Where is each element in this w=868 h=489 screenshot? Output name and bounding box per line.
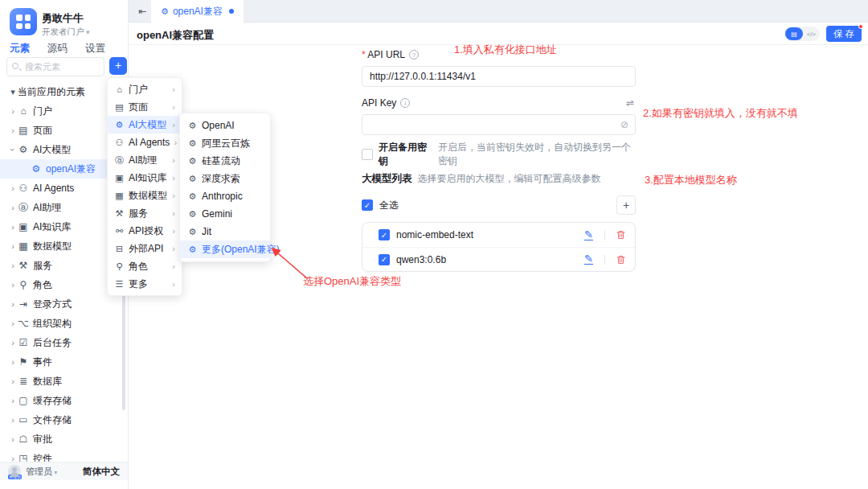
help-icon[interactable]: ? [409,50,419,60]
add-element-button[interactable] [109,57,127,75]
menu-item-label: 页面 [129,101,168,114]
ai-model-icon: ⚙ [187,244,198,255]
view-mode-toggle[interactable] [784,27,820,41]
search-icon [12,63,18,69]
sidebar-item[interactable]: ▣AI知识库 [0,217,122,236]
submenu-item[interactable]: ⚙Gemini [180,205,270,223]
backup-key-checkbox[interactable] [362,149,373,160]
caret-icon[interactable] [8,261,18,270]
menu-item-label: AI助理 [129,154,168,167]
submenu-item[interactable]: ⚙Anthropic [180,187,270,205]
caret-icon[interactable] [8,415,18,425]
knowledge-icon: ▣ [114,173,125,183]
submenu-item[interactable]: ⚙硅基流动 [180,152,270,170]
titlebar: openAI兼容配置 保存 [129,23,868,45]
language-switcher[interactable]: 简体中文 [83,466,120,478]
info-icon[interactable]: i [400,98,410,108]
search-row [6,57,127,76]
sidebar-item[interactable]: ▢缓存存储 [0,391,122,410]
tab-openai-compat[interactable]: ⚙ openAI兼容 [151,0,244,23]
swap-keys-icon[interactable] [626,97,634,109]
menu-item[interactable]: ⚯API授权 [108,222,182,240]
add-model-button[interactable] [616,195,636,215]
delete-model-icon[interactable] [616,230,625,240]
sidebar-item[interactable]: ⚲角色 [0,275,122,294]
app-window: 勇敢牛牛 开发者门户 元素源码设置 当前应用的元素⌂门户▤页面⚙AI大模型⚙op… [0,0,868,489]
ai-model-icon: ⚙ [187,209,198,220]
portal-switcher[interactable]: 开发者门户 [42,27,90,38]
model-checkbox[interactable] [379,229,390,240]
menu-item[interactable]: ▣AI知识库 [108,169,182,187]
form-view-icon[interactable] [785,27,803,40]
caret-icon[interactable] [8,299,18,309]
sidebar-item[interactable]: ≣数据库 [0,372,122,391]
submenu-item[interactable]: ⚙深度求索 [180,170,270,187]
role-icon: ⚲ [114,261,125,272]
caret-icon[interactable] [8,318,18,328]
caret-icon[interactable] [8,396,18,405]
tree-root[interactable]: 当前应用的元素 [0,82,122,101]
caret-icon[interactable] [8,203,18,212]
user-avatar[interactable]: 管理员 [8,465,21,478]
edit-model-icon[interactable] [584,230,593,240]
caret-icon[interactable] [8,338,18,347]
sidebar-item[interactable]: ⓐAI助理 [0,198,122,217]
menu-item[interactable]: ⊟外部API [108,240,182,257]
sidebar-item[interactable]: ⚙AI大模型 [0,140,122,159]
caret-icon[interactable] [8,106,18,116]
caret-icon[interactable] [8,280,18,290]
user-menu[interactable]: 管理员 [26,466,57,478]
caret-icon[interactable] [8,183,18,193]
sidebar-item[interactable]: ▤页面 [0,121,122,140]
menu-item[interactable]: ▤页面 [108,98,182,116]
sidebar-item[interactable]: ▦数据模型 [0,236,122,256]
menu-item[interactable]: ⓐAI助理 [108,151,182,169]
caret-icon[interactable] [8,222,18,232]
sidebar-item[interactable]: ⌂门户 [0,101,122,121]
menu-item[interactable]: ⚇AI Agents [108,134,182,151]
search-input[interactable] [25,58,102,76]
menu-item[interactable]: ⚙AI大模型 [108,116,182,134]
sidebar-item[interactable]: ⚇AI Agents [0,179,122,198]
submenu-item-label: Gemini [202,208,263,220]
menu-item[interactable]: ⚲角色 [108,257,182,275]
caret-icon[interactable] [8,145,18,154]
unsaved-indicator-dot [858,24,863,29]
sidebar-item[interactable]: ⇥登录方式 [0,294,122,314]
backup-key-desc: 开启后，当前密钥失效时，自动切换到另一个密钥 [438,141,636,168]
delete-model-icon[interactable] [616,255,625,265]
caret-icon[interactable] [8,434,18,444]
model-checkbox[interactable] [379,254,390,265]
caret-icon[interactable] [8,241,18,251]
sidebar-item[interactable]: ⚒服务 [0,256,122,275]
code-view-icon[interactable] [803,31,820,38]
sidebar-item[interactable]: ⚑事件 [0,352,122,372]
menu-item[interactable]: ☰更多 [108,275,182,293]
sidebar-item[interactable]: ⚙openAI兼容 [0,159,122,179]
submenu-item[interactable]: ⚙阿里云百炼 [180,134,270,152]
api-key-input[interactable] [370,115,611,134]
sidebar-item[interactable]: ☖审批 [0,429,122,449]
api-url-input[interactable] [370,67,611,86]
submenu-item[interactable]: ⚙Jit [180,223,270,240]
caret-icon[interactable] [8,357,18,367]
menu-item[interactable]: ▦数据模型 [108,187,182,204]
sidebar-item[interactable]: ⌥组织架构 [0,314,122,333]
save-button[interactable]: 保存 [826,26,862,42]
sidebar-item[interactable]: ▭文件存储 [0,410,122,429]
menu-item[interactable]: ⚒服务 [108,204,182,222]
edit-model-icon[interactable] [584,254,593,265]
caret-icon[interactable] [8,376,18,386]
openai-compat-form: API URL ? API Key i 开启备用密钥 开启后，当前密钥失效时，自… [362,47,636,272]
submenu-item[interactable]: ⚙OpenAI [180,117,270,134]
collapse-sidebar-icon[interactable] [138,6,146,17]
toggle-visibility-icon[interactable] [620,119,628,130]
annotation-arrow-icon [265,241,321,286]
sidebar-item[interactable]: ☑后台任务 [0,333,122,352]
caret-icon[interactable] [8,87,18,97]
caret-icon[interactable] [8,125,18,135]
select-all-checkbox[interactable] [362,199,373,211]
chevron-right-icon [172,191,175,200]
submenu-item[interactable]: ⚙更多(OpenAI兼容) [180,240,270,258]
menu-item[interactable]: ⌂门户 [108,80,182,98]
